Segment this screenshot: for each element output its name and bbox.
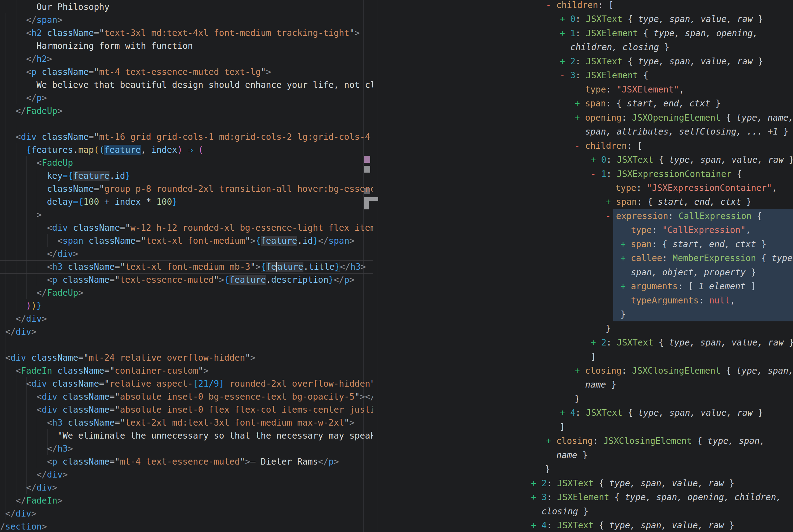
code-line[interactable]: "We eliminate the unnecessary so that th… <box>0 429 373 442</box>
ast-row[interactable]: + 2: JSXText { type, span, value, raw } <box>591 336 793 349</box>
expand-icon[interactable]: + <box>531 492 542 502</box>
code-line[interactable]: </div> <box>0 312 373 325</box>
code-line[interactable]: </FadeUp> <box>0 104 373 117</box>
code-line[interactable]: <p className="mt-4 text-essence-muted">—… <box>0 455 373 468</box>
expand-icon[interactable]: + <box>575 113 585 123</box>
ast-row[interactable]: - expression: CallExpression { <box>605 209 762 223</box>
code-line[interactable] <box>0 117 373 131</box>
ast-row[interactable]: + callee: MemberExpression { type, <box>620 251 793 265</box>
expand-icon[interactable]: + <box>605 197 616 207</box>
expand-icon[interactable]: + <box>546 436 556 446</box>
code-line[interactable]: </span> <box>0 14 373 26</box>
code-line[interactable]: delay={100 + index * 100} <box>0 195 373 208</box>
ast-row[interactable]: name } <box>585 378 616 392</box>
expand-icon[interactable]: + <box>620 253 631 263</box>
code-line[interactable]: <h2 className="text-3xl md:text-4xl font… <box>0 26 373 40</box>
code-line[interactable]: </div> <box>0 507 373 520</box>
ast-row[interactable]: + span: { start, end, ctxt } <box>575 96 721 110</box>
expand-icon[interactable]: + <box>591 155 601 165</box>
ast-row[interactable]: span, attributes, selfClosing, ... +1 } <box>585 125 788 138</box>
expand-icon[interactable]: + <box>560 28 570 38</box>
code-line[interactable]: <div className="relative aspect-[21/9] r… <box>0 377 373 390</box>
code-line[interactable]: <p className="mt-4 text-essence-muted te… <box>0 65 373 79</box>
code-line[interactable]: ))} <box>0 299 373 312</box>
ast-row[interactable]: + 2: JSXText { type, span, value, raw } <box>531 476 734 490</box>
code-line[interactable]: </h2> <box>0 53 373 65</box>
ast-row[interactable]: + 0: JSXText { type, span, value, raw } <box>560 12 763 26</box>
code-line[interactable]: Our Philosophy <box>0 1 373 14</box>
collapse-icon[interactable]: - <box>605 211 616 221</box>
code-line[interactable]: </h3> <box>0 442 373 455</box>
ast-row[interactable]: - children: [ <box>575 139 642 153</box>
expand-icon[interactable]: + <box>620 239 631 249</box>
expand-icon[interactable]: + <box>575 98 585 109</box>
code-line[interactable]: <div className="mt-24 relative overflow-… <box>0 352 373 364</box>
code-line[interactable]: <div className="w-12 h-12 rounded-xl bg-… <box>0 222 373 234</box>
expand-icon[interactable]: + <box>531 520 542 530</box>
ast-row[interactable]: + 2: JSXText { type, span, value, raw } <box>560 54 763 68</box>
code-line[interactable]: </div> <box>0 247 373 261</box>
code-line[interactable]: <div className="absolute inset-0 bg-esse… <box>0 390 373 403</box>
code-line[interactable]: <p className="text-essence-muted">{featu… <box>0 273 373 286</box>
ast-row[interactable]: + 3: JSXElement { type, span, opening, c… <box>531 490 781 504</box>
code-editor-pane[interactable]: Our Philosophy </span> <h2 className="te… <box>0 0 373 532</box>
ast-row[interactable]: } <box>575 392 580 406</box>
code-line[interactable]: </p> <box>0 92 373 104</box>
code-line[interactable]: > <box>0 208 373 222</box>
code-line[interactable] <box>0 338 373 352</box>
ast-row[interactable]: + closing: JSXClosingElement { type, spa… <box>575 364 793 378</box>
expand-icon[interactable]: + <box>560 56 570 66</box>
ast-row[interactable]: + 1: JSXElement { type, span, opening, <box>560 26 758 40</box>
code-line[interactable]: <span className="text-xl font-medium">{f… <box>0 234 373 247</box>
code-line[interactable]: </FadeUp> <box>0 286 373 299</box>
code-line[interactable]: <div className="mt-16 grid grid-cols-1 m… <box>0 131 373 144</box>
code-line[interactable]: <div className="absolute inset-0 flex fl… <box>0 403 373 416</box>
ast-row[interactable]: typeArguments: null, <box>631 293 735 307</box>
code-line[interactable]: We believe that beautiful design should … <box>0 79 373 92</box>
collapse-icon[interactable]: - <box>575 141 585 151</box>
code-line[interactable]: <h3 className="text-2xl md:text-3xl font… <box>0 416 373 429</box>
code-line[interactable]: <FadeUp <box>0 156 373 170</box>
ast-row[interactable]: } <box>620 307 626 321</box>
code-line[interactable]: Harmonizing form with function <box>0 40 373 53</box>
ast-row[interactable]: + opening: JSXOpeningElement { type, nam… <box>575 111 793 125</box>
code-line[interactable]: key={feature.id} <box>0 170 373 183</box>
code-line[interactable]: <h3 className="text-xl font-medium mb-3"… <box>0 261 373 273</box>
expand-icon[interactable]: + <box>620 281 631 291</box>
code-line[interactable]: </div> <box>0 468 373 481</box>
code-line[interactable]: {features.map((feature, index) ⇒ ( <box>0 144 373 156</box>
ast-row[interactable]: + 4: JSXText { type, span, value, raw } <box>531 518 734 532</box>
ast-row[interactable]: ] <box>591 350 596 364</box>
expand-icon[interactable]: + <box>560 408 570 418</box>
ast-row[interactable]: + 0: JSXText { type, span, value, raw } <box>591 153 793 167</box>
ast-row[interactable]: closing } <box>542 505 588 518</box>
ast-row[interactable]: } <box>605 322 611 336</box>
code-line[interactable]: <FadeIn className="container-custom"> <box>0 364 373 377</box>
code-line[interactable]: /section> <box>0 520 373 532</box>
code-line[interactable]: className="group p-8 rounded-2xl transit… <box>0 183 373 195</box>
collapse-icon[interactable]: - <box>546 0 556 10</box>
collapse-icon[interactable]: - <box>591 169 601 179</box>
expand-icon[interactable]: + <box>575 366 585 376</box>
expand-icon[interactable]: + <box>591 338 601 348</box>
expand-icon[interactable]: + <box>560 14 570 24</box>
ast-row[interactable]: + span: { start, end, ctxt } <box>605 195 752 209</box>
ast-row[interactable]: ] <box>560 420 565 434</box>
ast-row[interactable]: + arguments: [ 1 element ] <box>620 279 756 293</box>
code-line[interactable]: </div> <box>0 481 373 494</box>
ast-row[interactable]: - children: [ <box>546 0 614 12</box>
ast-row[interactable]: } <box>545 462 550 476</box>
ast-row[interactable]: type: "CallExpression", <box>631 223 751 237</box>
ast-row[interactable]: + span: { start, end, ctxt } <box>620 237 767 251</box>
collapse-icon[interactable]: - <box>560 70 570 80</box>
ast-row[interactable]: + closing: JSXClosingElement { type, spa… <box>546 434 765 448</box>
ast-row[interactable]: children, closing } <box>570 40 669 54</box>
ast-row[interactable]: type: "JSXElement", <box>585 82 684 96</box>
expand-icon[interactable]: + <box>531 478 542 488</box>
ast-row[interactable]: - 3: JSXElement { <box>560 68 649 82</box>
ast-row[interactable]: type: "JSXExpressionContainer", <box>616 181 777 195</box>
code-line[interactable]: </FadeIn> <box>0 494 373 507</box>
ast-row[interactable]: name } <box>556 448 588 462</box>
ast-row[interactable]: + 4: JSXText { type, span, value, raw } <box>560 406 763 420</box>
ast-row[interactable]: span, object, property } <box>631 265 756 279</box>
